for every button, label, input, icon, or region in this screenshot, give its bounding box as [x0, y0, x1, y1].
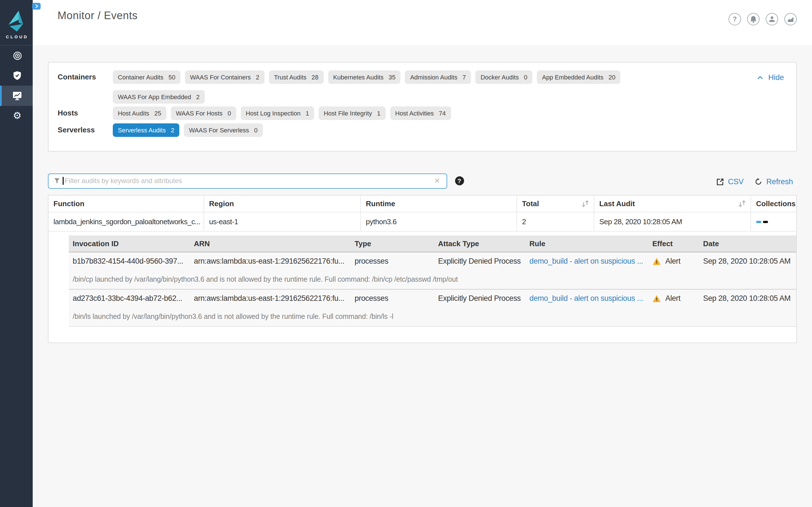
brand-logo[interactable]: CLOUD — [0, 0, 33, 46]
filter-help-button[interactable]: ? — [455, 176, 464, 185]
csv-export-button[interactable]: CSV — [717, 177, 744, 186]
subtable-header-row: Invocation ID ARN Type Attack Type Rule … — [69, 235, 797, 252]
col-runtime[interactable]: Runtime — [361, 196, 517, 212]
chip-waas-for-serverless[interactable]: WAAS For Serverless0 — [184, 123, 262, 136]
refresh-button[interactable]: Refresh — [755, 177, 793, 186]
shield-icon — [13, 71, 21, 80]
subcol-attack-type: Attack Type — [434, 235, 525, 252]
sort-icon[interactable] — [581, 200, 590, 208]
help-button[interactable]: ? — [728, 13, 741, 25]
sort-icon[interactable] — [739, 200, 746, 208]
funnel-icon — [54, 178, 60, 184]
audit-record: b1b7b832-4154-440d-9560-397... arn:aws:l… — [69, 252, 797, 289]
cell-collections — [751, 213, 797, 231]
cell-region: us-east-1 — [204, 213, 361, 231]
subcol-effect: Effect — [649, 235, 699, 252]
user-icon — [769, 16, 775, 22]
chip-container-audits[interactable]: Container Audits50 — [113, 70, 181, 84]
chip-docker-audits[interactable]: Docker Audits0 — [475, 70, 532, 84]
audit-row[interactable]: b1b7b832-4154-440d-9560-397... arn:aws:l… — [69, 252, 797, 270]
brand-name: CLOUD — [4, 34, 29, 40]
sidebar-item-radar[interactable] — [0, 46, 33, 66]
col-total[interactable]: Total — [517, 196, 595, 212]
page-title: Monitor / Events — [57, 10, 138, 22]
svg-text:!: ! — [656, 260, 657, 265]
chip-kubernetes-audits[interactable]: Kubernetes Audits35 — [328, 70, 401, 84]
chip-waas-for-hosts[interactable]: WAAS For Hosts0 — [171, 107, 236, 120]
filter-placeholder: Filter audits by keywords and attributes — [65, 177, 435, 185]
sidebar-item-monitor[interactable] — [0, 86, 33, 106]
audit-record: ad273c61-33bc-4394-ab72-b62... arn:aws:l… — [69, 289, 797, 326]
col-function[interactable]: Function — [49, 196, 204, 212]
refresh-icon — [755, 178, 762, 185]
sidebar-expand-button[interactable] — [32, 3, 41, 9]
sidebar: CLOUD — [0, 0, 33, 507]
alert-triangle-icon: ! — [652, 295, 661, 302]
group-label-serverless: Serverless — [58, 123, 113, 136]
cell-date: Sep 28, 2020 10:28:05 AM — [699, 252, 797, 270]
gear-icon: ⚙ — [13, 111, 22, 121]
cell-invocation-id: b1b7b832-4154-440d-9560-397... — [69, 252, 190, 270]
chip-host-file-integrity[interactable]: Host File Integrity1 — [319, 107, 386, 120]
cell-effect: ! Alert — [649, 252, 699, 270]
sidebar-item-defend[interactable] — [0, 66, 33, 86]
radar-icon — [13, 51, 22, 60]
subcol-invocation-id: Invocation ID — [69, 235, 190, 252]
rule-link[interactable]: demo_build - alert on suspicious ... — [525, 252, 649, 270]
rule-link[interactable]: demo_build - alert on suspicious ... — [525, 290, 649, 307]
audit-description: /bin/ls launched by /var/lang/bin/python… — [69, 307, 797, 326]
function-row[interactable]: lambda_jenkins_sgordon_paloaltonetworks_… — [49, 212, 797, 232]
cell-invocation-id: ad273c61-33bc-4394-ab72-b62... — [69, 290, 190, 307]
chip-app-embedded-audits[interactable]: App Embedded Audits20 — [537, 70, 620, 84]
audits-table: Function Region Runtime Total Last Audit — [48, 195, 797, 343]
table-header-row: Function Region Runtime Total Last Audit — [49, 196, 797, 212]
content: Containers Container Audits50 WAAS For C… — [33, 45, 812, 507]
col-region[interactable]: Region — [204, 196, 361, 212]
cell-date: Sep 28, 2020 10:28:05 AM — [699, 290, 797, 307]
subcol-type: Type — [351, 235, 434, 252]
svg-text:!: ! — [656, 297, 657, 302]
containers-group: Containers Container Audits50 WAAS For C… — [58, 70, 797, 103]
chip-admission-audits[interactable]: Admission Audits7 — [405, 70, 471, 84]
cell-function: lambda_jenkins_sgordon_paloaltonetworks_… — [49, 213, 204, 231]
audit-row[interactable]: ad273c61-33bc-4394-ab72-b62... arn:aws:l… — [69, 290, 797, 307]
hosts-group: Hosts Host Audits25 WAAS For Hosts0 Host… — [58, 107, 797, 120]
stats-button[interactable] — [784, 13, 797, 25]
chip-trust-audits[interactable]: Trust Audits28 — [269, 70, 324, 84]
chip-serverless-audits[interactable]: Serverless Audits2 — [113, 123, 179, 136]
cell-attack-type: Explicitly Denied Process — [434, 252, 525, 270]
cell-arn: arn:aws:lambda:us-east-1:291625622176:fu… — [190, 290, 351, 307]
chip-waas-for-containers[interactable]: WAAS For Containers2 — [185, 70, 264, 84]
hide-filters-link[interactable]: Hide — [757, 73, 784, 82]
user-button[interactable] — [766, 13, 778, 25]
cell-total: 2 — [517, 213, 595, 231]
sidebar-nav: ⚙ — [0, 46, 33, 126]
cell-effect: ! Alert — [649, 290, 699, 307]
audit-description: /bin/cp launched by /var/lang/bin/python… — [69, 270, 797, 289]
collection-tag-blue[interactable] — [756, 221, 761, 223]
export-icon — [717, 178, 723, 185]
audit-type-filters-card: Containers Container Audits50 WAAS For C… — [48, 62, 797, 151]
chip-waas-for-app-embedded[interactable]: WAAS For App Embedded2 — [113, 90, 205, 103]
chip-host-log-inspection[interactable]: Host Log Inspection1 — [241, 107, 314, 120]
group-label-containers: Containers — [58, 70, 113, 84]
chip-host-activities[interactable]: Host Activities74 — [390, 107, 451, 120]
col-last-audit[interactable]: Last Audit — [595, 196, 751, 212]
cell-attack-type: Explicitly Denied Process — [434, 290, 525, 307]
cell-runtime: python3.6 — [361, 213, 517, 231]
cell-type: processes — [351, 290, 434, 307]
subcol-date: Date — [699, 235, 797, 252]
clear-filter-icon[interactable]: ✕ — [434, 177, 440, 185]
col-collections[interactable]: Collections — [751, 196, 797, 212]
notifications-button[interactable] — [747, 13, 760, 25]
sidebar-item-manage[interactable]: ⚙ — [0, 106, 33, 126]
search-filter-input[interactable]: Filter audits by keywords and attributes… — [48, 173, 448, 188]
cell-type: processes — [351, 252, 434, 270]
chip-host-audits[interactable]: Host Audits25 — [113, 107, 166, 120]
collection-tag-black[interactable] — [763, 221, 768, 223]
cell-last-audit: Sep 28, 2020 10:28:05 AM — [595, 213, 751, 231]
topbar: Monitor / Events ? — [33, 0, 812, 45]
text-cursor — [63, 177, 64, 185]
subcol-arn: ARN — [190, 235, 351, 252]
cell-arn: arn:aws:lambda:us-east-1:291625622176:fu… — [190, 252, 351, 270]
